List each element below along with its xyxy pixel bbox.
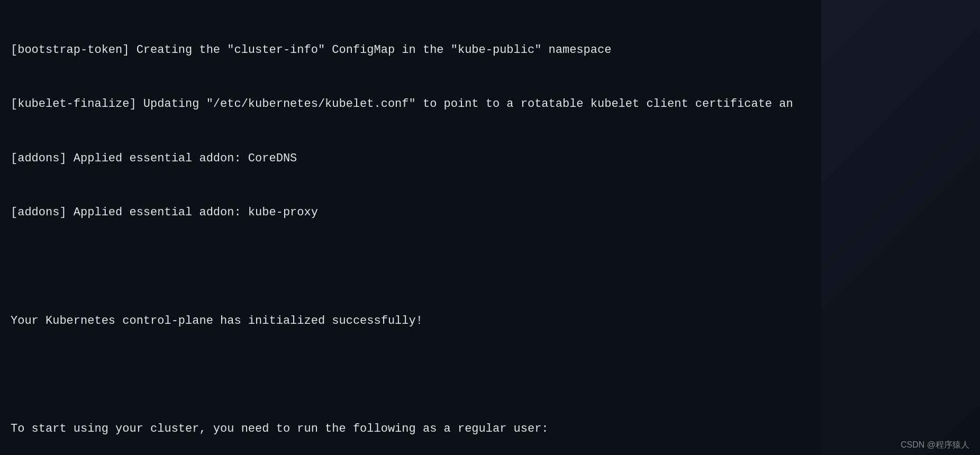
log-line-3: [addons] Applied essential addon: CoreDN… (11, 150, 969, 168)
terminal-content: [bootstrap-token] Creating the "cluster-… (11, 5, 969, 455)
log-line-1: [bootstrap-token] Creating the "cluster-… (11, 41, 969, 59)
log-line-2: [kubelet-finalize] Updating "/etc/kubern… (11, 95, 969, 113)
watermark: CSDN @程序猿人 (901, 440, 969, 451)
log-line-4: [addons] Applied essential addon: kube-p… (11, 204, 969, 222)
instruction-line: To start using your cluster, you need to… (11, 420, 969, 438)
success-message: Your Kubernetes control-plane has initia… (11, 312, 969, 330)
terminal-window: [bootstrap-token] Creating the "cluster-… (0, 0, 980, 455)
